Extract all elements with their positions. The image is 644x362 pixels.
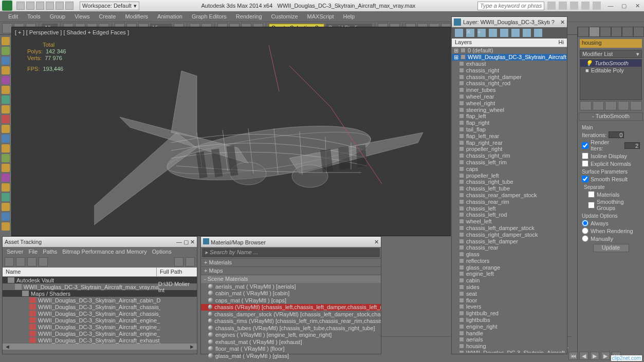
layer-row[interactable]: aerials bbox=[452, 336, 567, 343]
tool-12-icon[interactable] bbox=[2, 144, 10, 153]
iterations-spinner[interactable]: 0 bbox=[609, 131, 624, 138]
layer-row[interactable]: chassis_right_damper bbox=[452, 73, 567, 80]
unique-icon[interactable] bbox=[605, 101, 617, 110]
material-row[interactable]: floor_mat ( VRayMtl ) [floor] bbox=[201, 346, 381, 353]
asset-row[interactable]: WWII_Douglas_DC-3_Skytrain_Aircraft_engi… bbox=[3, 317, 197, 323]
asset-col-name[interactable]: Name bbox=[3, 268, 157, 276]
layer-row[interactable]: housing bbox=[452, 343, 567, 350]
viewport-perspective[interactable]: [ + ] [ Perspective ] [ Shaded + Edged F… bbox=[11, 27, 451, 236]
tool-2-icon[interactable] bbox=[2, 47, 10, 55]
menu-create[interactable]: Create bbox=[95, 12, 120, 21]
maximize-button[interactable]: ▢ bbox=[617, 1, 631, 10]
asset-tb2-icon[interactable] bbox=[16, 257, 25, 266]
menu-group[interactable]: Group bbox=[46, 12, 70, 21]
tab-modify-icon[interactable] bbox=[589, 27, 600, 37]
redo-icon[interactable] bbox=[56, 2, 64, 10]
layer-help-icon[interactable]: ? bbox=[551, 19, 555, 25]
layer-row[interactable]: engine_left bbox=[452, 271, 567, 277]
update-manual-radio[interactable] bbox=[582, 235, 588, 242]
layer-row[interactable]: chassis_right bbox=[452, 67, 567, 73]
next-frame-icon[interactable]: ▶ bbox=[601, 352, 610, 360]
menu-rendering[interactable]: Rendering bbox=[232, 12, 266, 21]
tool-17-icon[interactable] bbox=[2, 193, 10, 201]
tool-11-icon[interactable] bbox=[2, 135, 10, 143]
tool-15-icon[interactable] bbox=[2, 174, 10, 182]
material-row[interactable]: chassis_damper_stock (VRayMtl) [chassis_… bbox=[201, 311, 381, 318]
workspace-selector[interactable]: Workspace: Default ▾ bbox=[80, 2, 139, 10]
layer-row[interactable]: inner_tubes bbox=[452, 87, 567, 93]
render-iters-check[interactable] bbox=[582, 142, 588, 149]
menu-animation[interactable]: Animation bbox=[153, 12, 187, 21]
favorites-icon[interactable] bbox=[581, 2, 590, 10]
layer-row[interactable]: seat bbox=[452, 290, 567, 297]
matbr-cat-scene[interactable]: - Scene Materials bbox=[201, 275, 381, 283]
layer-row[interactable]: chassis_right_rod bbox=[452, 80, 567, 87]
layer-col-layers[interactable]: Layers bbox=[455, 39, 472, 46]
material-row[interactable]: caps_mat ( VRayMtl ) [caps] bbox=[201, 297, 381, 304]
asset-menu-options[interactable]: Options bbox=[152, 249, 172, 255]
menu-customize[interactable]: Customize bbox=[267, 12, 302, 21]
tool-9-icon[interactable] bbox=[2, 115, 10, 123]
layer-hide-icon[interactable] bbox=[511, 29, 520, 37]
asset-tb5-icon[interactable] bbox=[174, 257, 183, 266]
app-logo-icon[interactable] bbox=[2, 1, 12, 11]
undo-icon[interactable] bbox=[46, 2, 54, 10]
modifier-stack[interactable]: 💡 TurboSmooth ■ Editable Poly bbox=[580, 59, 642, 100]
tool-10-icon[interactable] bbox=[2, 125, 10, 133]
layer-row[interactable]: chassis_right_damper_stock bbox=[452, 231, 567, 238]
layer-row[interactable]: lightbulbs bbox=[452, 317, 567, 323]
matbr-list[interactable]: aerials_mat ( VRayMtl ) [aerials]cabin_m… bbox=[201, 283, 381, 359]
layer-row[interactable]: sides bbox=[452, 284, 567, 291]
layer-row[interactable]: propeller_left bbox=[452, 172, 567, 179]
layer-close-icon[interactable]: ✕ bbox=[560, 19, 565, 26]
asset-tree[interactable]: Autodesk VaultWWII_Douglas_DC-3_Skytrain… bbox=[3, 277, 197, 344]
tool-18-icon[interactable] bbox=[2, 203, 10, 211]
asset-max-icon[interactable]: ▢ bbox=[183, 239, 189, 245]
menu-help[interactable]: Help bbox=[339, 12, 359, 21]
stack-turbosmooth[interactable]: 💡 TurboSmooth bbox=[580, 60, 641, 67]
material-row[interactable]: chassis_rims (VRayMtl) [chassis_left_rim… bbox=[201, 318, 381, 325]
asset-col-path[interactable]: Full Path bbox=[157, 268, 197, 276]
search-icon[interactable] bbox=[547, 2, 556, 10]
matbr-cat-materials[interactable]: + Materials bbox=[201, 258, 381, 266]
layer-row[interactable]: propeller_right bbox=[452, 146, 567, 153]
update-always-radio[interactable] bbox=[582, 220, 588, 226]
play-icon[interactable]: ▶ bbox=[590, 352, 599, 360]
layer-row[interactable]: flap_right_rear bbox=[452, 139, 567, 146]
layer-row[interactable]: chassis_right_tube bbox=[452, 179, 567, 185]
layer-add-icon[interactable]: + bbox=[477, 29, 486, 37]
menu-edit[interactable]: Edit bbox=[4, 12, 22, 21]
asset-tb4-icon[interactable] bbox=[39, 257, 48, 266]
asset-row[interactable]: WWII_Douglas_DC-3_Skytrain_Aircraft_engi… bbox=[3, 330, 197, 337]
close-button[interactable]: ✕ bbox=[631, 1, 644, 10]
material-row[interactable]: engines ( VRayMtl ) [engine_left, engine… bbox=[201, 332, 381, 339]
layer-row[interactable]: chassis_rear_rim bbox=[452, 198, 567, 205]
layer-row[interactable]: wheel_rear bbox=[452, 93, 567, 100]
prev-frame-icon[interactable]: ◀ bbox=[579, 352, 588, 360]
goto-start-icon[interactable]: ⏮ bbox=[568, 352, 578, 360]
material-row[interactable]: exhaust_mat ( VRayMtl ) [exhaust] bbox=[201, 338, 381, 346]
material-row[interactable]: glass_mat ( VRayMtl ) [glass] bbox=[201, 352, 381, 359]
stack-editable-poly[interactable]: ■ Editable Poly bbox=[580, 67, 641, 74]
material-row[interactable]: cabin_mat ( VRayMtl ) [cabin] bbox=[201, 290, 381, 297]
matbr-search-input[interactable]: ▸ Search by Name ... bbox=[202, 248, 380, 257]
layer-row[interactable]: cabin bbox=[452, 277, 567, 284]
layer-select-icon[interactable] bbox=[489, 29, 497, 37]
tab-motion-icon[interactable] bbox=[611, 27, 622, 37]
sep-sg-check[interactable] bbox=[588, 202, 595, 208]
asset-scrollbar[interactable]: ◄► bbox=[3, 344, 197, 350]
matbr-cat-maps[interactable]: + Maps bbox=[201, 266, 381, 275]
layer-row[interactable]: engine_right bbox=[452, 323, 567, 330]
layer-freeze-icon[interactable] bbox=[523, 29, 531, 37]
tab-display-icon[interactable] bbox=[622, 27, 633, 37]
modifier-list-dropdown[interactable]: Modifier List ▾ bbox=[580, 50, 642, 58]
tool-19-icon[interactable] bbox=[2, 213, 10, 221]
layer-row[interactable]: caps bbox=[452, 165, 567, 172]
layer-row[interactable]: glass_orange bbox=[452, 264, 567, 271]
exchange-icon[interactable] bbox=[570, 2, 578, 10]
open-icon[interactable] bbox=[26, 2, 34, 10]
rollout-header[interactable]: - TurboSmooth bbox=[579, 112, 643, 121]
subscription-icon[interactable] bbox=[559, 2, 567, 10]
sep-mat-check[interactable] bbox=[588, 191, 595, 198]
layer-row[interactable]: WWII_Douglas_DC-3_Skytrain_Aircraft bbox=[452, 350, 567, 353]
